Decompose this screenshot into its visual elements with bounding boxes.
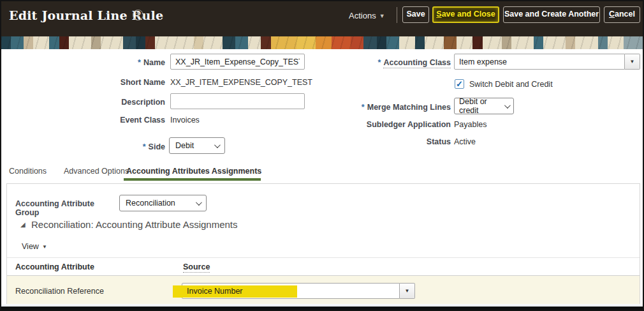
source-combobox[interactable]: Invoice Number ▼ [182, 283, 415, 299]
view-menu[interactable]: View▼ [22, 242, 47, 251]
row-attribute-value: Reconciliation Reference [15, 287, 104, 296]
status-value: Active [454, 137, 476, 146]
section-title: Reconciliation: Accounting Attribute Ass… [31, 219, 238, 230]
screenshot-border-bottom [1, 307, 643, 310]
help-icon[interactable]: ? [133, 10, 143, 20]
accounting-class-label: *Accounting Class [309, 58, 451, 67]
subledger-application-value: Payables [454, 120, 487, 129]
side-label: *Side [38, 142, 165, 151]
name-label: *Name [38, 58, 165, 67]
required-icon: * [138, 58, 141, 67]
save-and-close-label: ave and Close [442, 10, 495, 19]
tab-conditions[interactable]: Conditions [9, 167, 47, 176]
merge-matching-lines-label: *Merge Matching Lines [309, 103, 451, 112]
short-name-value: XX_JR_ITEM_EXPENSE_COPY_TEST [170, 78, 312, 87]
accounting-class-dropdown-button[interactable]: ▼ [625, 54, 640, 70]
tab-accounting-attributes-assignments[interactable]: Accounting Attributes Assignments [126, 167, 261, 176]
name-input[interactable] [170, 54, 305, 70]
merge-matching-lines-value: Debit or credit [459, 97, 501, 115]
source-dropdown-button[interactable]: ▼ [400, 283, 415, 299]
column-header-source[interactable]: Source [183, 262, 210, 271]
short-name-label: Short Name [38, 78, 165, 87]
dropdown-arrow-icon: ▼ [630, 59, 635, 64]
side-select[interactable]: Debit [169, 137, 225, 154]
attribute-group-select[interactable]: Reconciliation [119, 195, 207, 211]
tab-advanced-options[interactable]: Advanced Options [64, 167, 129, 176]
cancel-button[interactable]: Cancel [604, 6, 640, 23]
app-window: Edit Journal Line Rule ? Actions▼ Save S… [0, 0, 644, 311]
event-class-label: Event Class [38, 116, 165, 125]
view-menu-label: View [22, 242, 39, 251]
save-and-create-another-button[interactable]: Save and Create Another [503, 6, 600, 23]
chevron-down-icon: ▼ [42, 244, 47, 250]
accounting-class-value: Item expense [459, 57, 507, 66]
save-and-close-button[interactable]: Save and Close [432, 6, 499, 23]
side-select-value: Debit [175, 141, 194, 150]
event-class-value: Invoices [170, 116, 200, 125]
source-input[interactable]: Invoice Number [182, 283, 400, 299]
save-button[interactable]: Save [402, 6, 429, 23]
actions-menu[interactable]: Actions▼ [349, 11, 385, 20]
section-collapse-icon[interactable]: ◢ [20, 221, 26, 228]
active-tab-indicator [124, 178, 261, 181]
page-header: Edit Journal Line Rule ? Actions▼ Save S… [1, 1, 643, 36]
subledger-application-label: Subledger Application [309, 120, 451, 129]
chevron-down-icon: ▼ [379, 13, 385, 19]
decorative-banner [1, 36, 643, 49]
required-icon: * [362, 103, 365, 112]
switch-debit-credit-label: Switch Debit and Credit [469, 80, 553, 89]
header-divider [397, 7, 397, 23]
attribute-group-value: Reconciliation [126, 199, 175, 208]
chevron-down-icon [214, 142, 221, 148]
table-top-border [7, 257, 640, 258]
merge-matching-lines-select[interactable]: Debit or credit [454, 98, 514, 114]
required-icon: * [378, 58, 381, 67]
description-input[interactable] [170, 93, 305, 109]
check-icon: ✓ [456, 79, 463, 89]
source-value: Invoice Number [187, 287, 243, 296]
switch-debit-credit-checkbox[interactable]: ✓ [455, 79, 464, 89]
column-header-accounting-attribute: Accounting Attribute [15, 262, 94, 271]
chevron-down-icon [504, 102, 511, 109]
cancel-label: ancel [615, 10, 635, 19]
dropdown-arrow-icon: ▼ [405, 288, 410, 294]
accounting-class-combobox[interactable]: Item expense ▼ [454, 54, 640, 70]
save-and-close-accesskey: S [436, 10, 441, 19]
required-icon: * [143, 142, 146, 151]
actions-label: Actions [349, 11, 376, 20]
cancel-accesskey: C [609, 10, 615, 19]
description-label: Description [38, 98, 165, 107]
accounting-class-input[interactable]: Item expense [454, 54, 625, 70]
attribute-group-label: Accounting Attribute Group [15, 199, 117, 217]
chevron-down-icon [196, 199, 202, 206]
status-label: Status [309, 137, 451, 146]
